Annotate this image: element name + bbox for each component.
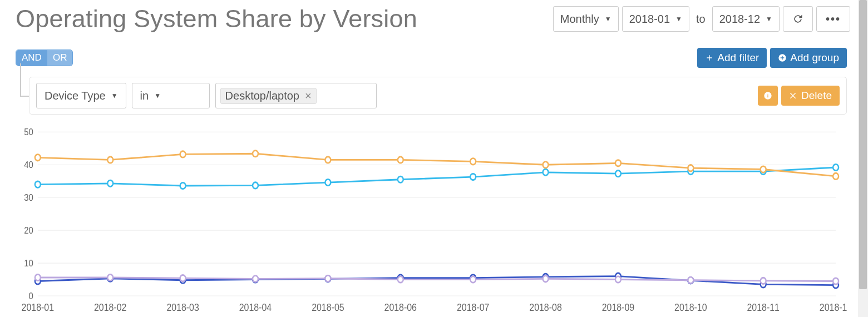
granularity-select[interactable]: Monthly ▼ bbox=[553, 6, 619, 32]
rule-delete-label: Delete bbox=[801, 90, 832, 102]
svg-text:2018-11: 2018-11 bbox=[747, 302, 779, 313]
filter-field-value: Device Type bbox=[45, 90, 106, 102]
granularity-value: Monthly bbox=[560, 13, 599, 26]
svg-point-66 bbox=[470, 276, 476, 283]
date-to-value: 2018-12 bbox=[719, 13, 760, 26]
refresh-icon bbox=[792, 13, 803, 24]
rule-info-button[interactable] bbox=[758, 86, 778, 106]
svg-point-38 bbox=[180, 182, 186, 189]
svg-point-64 bbox=[325, 275, 331, 281]
svg-point-55 bbox=[543, 162, 549, 168]
date-from-select[interactable]: 2018-01 ▼ bbox=[622, 6, 689, 32]
plus-circle-icon bbox=[778, 53, 787, 62]
date-from-value: 2018-01 bbox=[629, 13, 670, 26]
chevron-down-icon: ▼ bbox=[111, 92, 118, 100]
svg-point-68 bbox=[615, 276, 621, 283]
svg-point-40 bbox=[325, 179, 331, 185]
ellipsis-icon: ••• bbox=[826, 13, 841, 26]
chevron-down-icon: ▼ bbox=[154, 92, 161, 100]
logic-or[interactable]: OR bbox=[47, 50, 73, 66]
rule-delete-button[interactable]: Delete bbox=[781, 86, 840, 106]
svg-text:2018-04: 2018-04 bbox=[239, 302, 272, 313]
info-icon bbox=[763, 91, 772, 100]
svg-point-54 bbox=[470, 158, 476, 165]
toolbar: Monthly ▼ 2018-01 ▼ to 2018-12 ▼ ••• bbox=[553, 6, 857, 32]
chip-label: Desktop/laptop bbox=[225, 90, 299, 102]
svg-point-39 bbox=[253, 182, 258, 189]
svg-point-36 bbox=[35, 181, 41, 187]
more-button[interactable]: ••• bbox=[816, 6, 850, 32]
svg-text:2018-08: 2018-08 bbox=[529, 302, 561, 313]
svg-point-44 bbox=[615, 171, 621, 177]
svg-point-53 bbox=[398, 157, 403, 163]
svg-text:10: 10 bbox=[24, 258, 33, 268]
chevron-down-icon: ▼ bbox=[766, 15, 772, 23]
filter-rule: Device Type ▼ in ▼ Desktop/laptop × bbox=[29, 77, 847, 115]
refresh-button[interactable] bbox=[783, 6, 813, 32]
svg-point-67 bbox=[543, 276, 549, 282]
filter-value-input[interactable]: Desktop/laptop × bbox=[215, 83, 377, 108]
svg-text:2018-02: 2018-02 bbox=[94, 302, 126, 313]
add-group-label: Add group bbox=[790, 52, 839, 64]
add-filter-label: Add filter bbox=[717, 52, 759, 64]
scrollbar-thumb[interactable] bbox=[859, 0, 867, 289]
svg-point-56 bbox=[615, 160, 621, 166]
svg-text:30: 30 bbox=[24, 192, 33, 202]
svg-point-65 bbox=[398, 276, 403, 283]
svg-point-48 bbox=[35, 155, 41, 161]
svg-point-51 bbox=[253, 151, 258, 157]
filter-field-select[interactable]: Device Type ▼ bbox=[36, 83, 126, 108]
svg-point-52 bbox=[325, 157, 331, 163]
svg-point-61 bbox=[107, 274, 113, 280]
svg-text:2018-07: 2018-07 bbox=[457, 302, 489, 313]
svg-text:2018-05: 2018-05 bbox=[312, 302, 344, 313]
svg-text:2018-12: 2018-12 bbox=[820, 302, 847, 313]
svg-point-41 bbox=[398, 176, 403, 182]
query-builder: AND OR Add filter Add group Device Type bbox=[16, 48, 847, 115]
svg-point-37 bbox=[107, 180, 113, 186]
svg-text:2018-06: 2018-06 bbox=[384, 302, 417, 313]
svg-point-57 bbox=[688, 165, 693, 171]
plus-icon bbox=[705, 53, 714, 62]
chevron-down-icon: ▼ bbox=[675, 15, 682, 23]
svg-text:2018-09: 2018-09 bbox=[602, 302, 634, 313]
svg-text:2018-03: 2018-03 bbox=[166, 302, 199, 313]
chip-remove-icon[interactable]: × bbox=[305, 90, 312, 102]
legend: Mac OS X 10.13: Share Windows 10: Share … bbox=[16, 315, 847, 317]
filter-operator-value: in bbox=[140, 90, 149, 102]
svg-point-71 bbox=[833, 278, 839, 284]
x-icon bbox=[789, 91, 798, 100]
svg-point-58 bbox=[761, 166, 766, 172]
svg-point-50 bbox=[180, 151, 186, 157]
svg-point-62 bbox=[180, 275, 186, 281]
svg-text:2018-10: 2018-10 bbox=[674, 302, 707, 313]
svg-point-69 bbox=[688, 277, 693, 283]
svg-point-60 bbox=[35, 274, 41, 280]
chart[interactable]: 010203040502018-012018-022018-032018-042… bbox=[16, 126, 847, 315]
scrollbar[interactable] bbox=[858, 0, 868, 317]
page-title: Operating System Share by Version bbox=[16, 4, 417, 33]
tree-connector bbox=[16, 77, 29, 115]
logic-toggle: AND OR bbox=[16, 49, 73, 66]
svg-text:0: 0 bbox=[29, 291, 33, 301]
svg-point-47 bbox=[833, 164, 839, 170]
svg-text:50: 50 bbox=[24, 127, 33, 137]
add-filter-button[interactable]: Add filter bbox=[697, 48, 767, 68]
svg-text:20: 20 bbox=[24, 225, 33, 235]
filter-value-chip: Desktop/laptop × bbox=[220, 88, 317, 104]
filter-operator-select[interactable]: in ▼ bbox=[132, 83, 210, 108]
svg-point-70 bbox=[761, 278, 766, 284]
chevron-down-icon: ▼ bbox=[605, 15, 611, 23]
svg-point-42 bbox=[470, 174, 476, 180]
svg-text:40: 40 bbox=[24, 160, 33, 170]
svg-point-49 bbox=[107, 157, 113, 163]
svg-point-63 bbox=[253, 276, 258, 282]
svg-point-43 bbox=[543, 169, 549, 175]
date-to-select[interactable]: 2018-12 ▼ bbox=[712, 6, 780, 32]
svg-point-59 bbox=[833, 173, 839, 179]
svg-text:2018-01: 2018-01 bbox=[22, 302, 54, 313]
to-label: to bbox=[693, 13, 709, 26]
add-group-button[interactable]: Add group bbox=[770, 48, 847, 68]
